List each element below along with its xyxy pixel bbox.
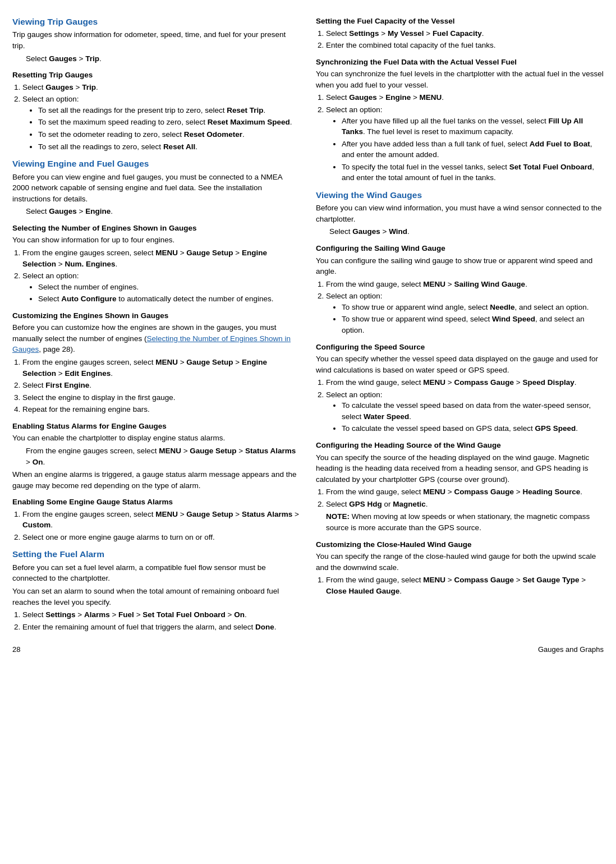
engine-select-instruction: Select Gauges > Engine. xyxy=(26,206,300,217)
option-num-engines: Select the number of engines. xyxy=(38,282,300,293)
step-2-sailing-wind: Select an option: To show true or appare… xyxy=(326,291,604,336)
step-2-fuel-alarm: Enter the remaining amount of fuel that … xyxy=(22,622,300,633)
option-set-total: To specify the total fuel in the vessel … xyxy=(342,162,604,183)
option-gps-speed: To calculate the vessel speed based on G… xyxy=(342,423,604,434)
selecting-number-engines-steps: From the engine gauges screen, select ME… xyxy=(22,247,300,305)
heading-source-steps: From the wind gauge, select MENU > Compa… xyxy=(326,486,604,533)
step-2-sync-fuel: Select an option: After you have filled … xyxy=(326,104,604,183)
enabling-status-alarms-instruction: From the engine gauges screen, select ME… xyxy=(26,445,300,467)
sailing-wind-options: To show true or apparent wind angle, sel… xyxy=(342,302,604,336)
step-1-reset-trip: Select Gauges > Trip. xyxy=(22,82,300,93)
step-2-heading-source: Select GPS Hdg or Magnetic. NOTE: When m… xyxy=(326,499,604,534)
synchronizing-fuel-title: Synchronizing the Fuel Data with the Act… xyxy=(316,57,604,68)
option-reset-trip: To set all the readings for the present … xyxy=(38,105,300,116)
step-2-custom-engines: Select First Engine. xyxy=(22,380,300,391)
enabling-status-alarms-title: Enabling Status Alarms for Engine Gauges xyxy=(12,421,300,432)
option-reset-all: To set all the readings to zero, select … xyxy=(38,141,300,153)
fuel-capacity-steps: Select Settings > My Vessel > Fuel Capac… xyxy=(326,28,604,51)
viewing-engine-fuel-gauges-title: Viewing Engine and Fuel Gauges xyxy=(12,158,300,170)
step-1-close-hauled: From the wind gauge, select MENU > Compa… xyxy=(326,575,604,596)
sailing-wind-gauge-title: Configuring the Sailing Wind Gauge xyxy=(316,243,604,254)
step-1-heading-source: From the wind gauge, select MENU > Compa… xyxy=(326,486,604,498)
synchronizing-fuel-steps: Select Gauges > Engine > MENU. Select an… xyxy=(326,92,604,183)
step-1-custom-engines: From the engine gauges screen, select ME… xyxy=(22,357,300,379)
speed-source-steps: From the wind gauge, select MENU > Compa… xyxy=(326,377,604,434)
configuring-heading-source-title: Configuring the Heading Source of the Wi… xyxy=(316,440,604,451)
resetting-trip-gauges-title: Resetting Trip Gauges xyxy=(12,70,300,81)
option-add-fuel: After you have added less than a full ta… xyxy=(342,139,604,160)
wind-gauges-intro: Before you can view wind information, yo… xyxy=(316,203,604,224)
page-footer-right: Gauges and Graphs xyxy=(538,645,604,655)
step-1-fuel-capacity: Select Settings > My Vessel > Fuel Capac… xyxy=(326,28,604,39)
left-column: Viewing Trip Gauges Trip gauges show inf… xyxy=(12,10,300,635)
reset-trip-options: To set all the readings for the present … xyxy=(38,105,300,152)
page-number: 28 xyxy=(12,645,20,655)
sync-fuel-options: After you have filled up all the fuel ta… xyxy=(342,116,604,183)
trip-select-instruction: Select Gauges > Trip. xyxy=(26,53,300,65)
option-auto-configure: Select Auto Configure to automatically d… xyxy=(38,293,300,305)
enabling-status-alarms-intro: You can enable the chartplotter to displ… xyxy=(12,433,300,444)
page-content: Viewing Trip Gauges Trip gauges show inf… xyxy=(12,10,604,635)
option-reset-max-speed: To set the maximum speed reading to zero… xyxy=(38,117,300,128)
page-footer: 28 Gauges and Graphs xyxy=(12,645,604,655)
synchronizing-fuel-intro: You can synchronize the fuel levels in t… xyxy=(316,68,604,90)
viewing-trip-gauges-intro: Trip gauges show information for odomete… xyxy=(12,29,300,51)
step-1-num-engines: From the engine gauges screen, select ME… xyxy=(22,247,300,269)
speed-source-intro: You can specify whether the vessel speed… xyxy=(316,353,604,375)
fuel-alarm-steps: Select Settings > Alarms > Fuel > Set To… xyxy=(22,609,300,632)
step-1-fuel-alarm: Select Settings > Alarms > Fuel > Set To… xyxy=(22,609,300,621)
step-2-speed-source: Select an option: To calculate the vesse… xyxy=(326,389,604,434)
customizing-engines-steps: From the engine gauges screen, select ME… xyxy=(22,357,300,415)
selecting-number-engines-title: Selecting the Number of Engines Shown in… xyxy=(12,223,300,234)
close-hauled-intro: You can specify the range of the close-h… xyxy=(316,551,604,573)
customizing-engines-intro: Before you can customize how the engines… xyxy=(12,322,300,355)
sailing-wind-gauge-intro: You can configure the sailing wind gauge… xyxy=(316,255,604,277)
enabling-some-alarms-title: Enabling Some Engine Gauge Status Alarms xyxy=(12,497,300,508)
step-2-some-alarms: Select one or more engine gauge alarms t… xyxy=(22,532,300,543)
viewing-trip-gauges-title: Viewing Trip Gauges xyxy=(12,16,300,28)
fuel-alarm-intro1: Before you can set a fuel level alarm, a… xyxy=(12,562,300,584)
customizing-engines-title: Customizing the Engines Shown in Gauges xyxy=(12,310,300,321)
heading-source-note: NOTE: When moving at low speeds or when … xyxy=(326,511,604,533)
step-3-custom-engines: Select the engine to display in the firs… xyxy=(22,392,300,403)
close-hauled-steps: From the wind gauge, select MENU > Compa… xyxy=(326,575,604,596)
wind-select-instruction: Select Gauges > Wind. xyxy=(329,226,604,237)
num-engines-options: Select the number of engines. Select Aut… xyxy=(38,282,300,305)
step-1-some-alarms: From the engine gauges screen, select ME… xyxy=(22,509,300,531)
speed-source-options: To calculate the vessel speed based on d… xyxy=(342,400,604,434)
option-water-speed: To calculate the vessel speed based on d… xyxy=(342,400,604,422)
option-fill-up: After you have filled up all the fuel ta… xyxy=(342,116,604,137)
step-2-num-engines: Select an option: Select the number of e… xyxy=(22,270,300,305)
step-4-custom-engines: Repeat for the remaining engine bars. xyxy=(22,404,300,415)
viewing-wind-gauges-title: Viewing the Wind Gauges xyxy=(316,189,604,201)
step-1-sync-fuel: Select Gauges > Engine > MENU. xyxy=(326,92,604,103)
step-1-speed-source: From the wind gauge, select MENU > Compa… xyxy=(326,377,604,388)
setting-fuel-alarm-title: Setting the Fuel Alarm xyxy=(12,548,300,560)
option-reset-odometer: To set the odometer reading to zero, sel… xyxy=(38,129,300,140)
enabling-some-alarms-steps: From the engine gauges screen, select ME… xyxy=(22,509,300,543)
step-2-fuel-capacity: Enter the combined total capacity of the… xyxy=(326,40,604,51)
configuring-speed-source-title: Configuring the Speed Source xyxy=(316,342,604,353)
customizing-close-hauled-title: Customizing the Close-Hauled Wind Gauge xyxy=(316,539,604,550)
engine-fuel-gauges-intro: Before you can view engine and fuel gaug… xyxy=(12,172,300,205)
sailing-wind-gauge-steps: From the wind gauge, select MENU > Saili… xyxy=(326,279,604,336)
option-needle: To show true or apparent wind angle, sel… xyxy=(342,302,604,313)
right-column: Setting the Fuel Capacity of the Vessel … xyxy=(316,10,604,635)
option-wind-speed: To show true or apparent wind speed, sel… xyxy=(342,314,604,336)
resetting-trip-gauges-steps: Select Gauges > Trip. Select an option: … xyxy=(22,82,300,152)
enabling-status-alarms-followup: When an engine alarms is triggered, a ga… xyxy=(12,469,300,491)
selecting-number-engines-intro: You can show information for up to four … xyxy=(12,235,300,246)
heading-source-intro: You can specify the source of the headin… xyxy=(316,452,604,485)
fuel-capacity-title: Setting the Fuel Capacity of the Vessel xyxy=(316,16,604,27)
step-1-sailing-wind: From the wind gauge, select MENU > Saili… xyxy=(326,279,604,290)
fuel-alarm-intro2: You can set an alarm to sound when the t… xyxy=(12,586,300,608)
step-2-reset-trip: Select an option: To set all the reading… xyxy=(22,94,300,152)
